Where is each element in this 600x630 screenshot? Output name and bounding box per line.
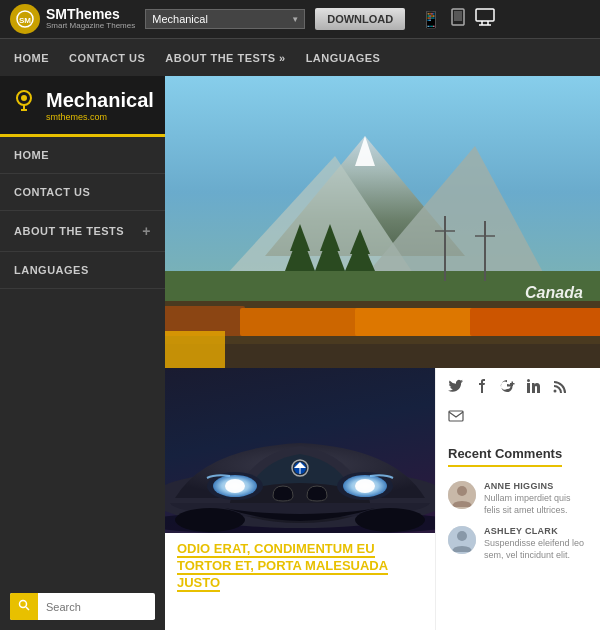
sidebar-nav-about[interactable]: ABOUT THE TESTS + <box>0 211 165 252</box>
comment-text-2: Suspendisse eleifend leo sem, vel tincid… <box>484 538 588 561</box>
comment-content-2: ASHLEY CLARK Suspendisse eleifend leo se… <box>484 526 588 561</box>
article-text: ODIO ERAT, CONDIMENTUM EU TORTOR ET, POR… <box>165 533 435 600</box>
nav-home[interactable]: HOME <box>14 52 49 64</box>
svg-text:Canada: Canada <box>525 284 583 301</box>
svg-point-46 <box>225 479 245 493</box>
svg-point-62 <box>457 531 467 541</box>
sidebar-nav-home[interactable]: HOME <box>0 137 165 174</box>
linkedin-icon[interactable] <box>526 378 542 398</box>
sidebar-logo-icon <box>10 88 38 122</box>
svg-rect-33 <box>355 308 475 336</box>
logo-title: SMThemes <box>46 7 135 22</box>
comment-item-2: ASHLEY CLARK Suspendisse eleifend leo se… <box>448 526 588 561</box>
sidebar: Mechanical smthemes.com HOME CONTACT US … <box>0 76 165 630</box>
nav-languages[interactable]: LANGUAGES <box>306 52 381 64</box>
svg-point-56 <box>527 379 530 382</box>
desktop-icon[interactable] <box>475 8 495 30</box>
comment-avatar-1 <box>448 481 476 509</box>
nav-bar: HOME CONTACT US ABOUT THE TESTS » LANGUA… <box>0 38 600 76</box>
sidebar-nav-about-plus: + <box>142 223 151 239</box>
svg-rect-37 <box>165 331 225 368</box>
car-image <box>165 368 435 533</box>
logo-icon: SM <box>10 4 40 34</box>
theme-select-wrapper[interactable]: Mechanical Classic Modern Tech <box>145 9 305 29</box>
comment-item-1: ANNE HIGGINS Nullam imperdiet quis felis… <box>448 481 588 516</box>
svg-text:SM: SM <box>19 16 31 25</box>
tablet-icon[interactable] <box>449 8 467 30</box>
svg-point-51 <box>355 508 425 532</box>
recent-comments: Recent Comments ANNE HIGGINS Nullam impe <box>448 444 588 562</box>
logo-area: SM SMThemes Smart Magazine Themes <box>10 4 135 34</box>
search-box <box>10 593 155 620</box>
svg-point-12 <box>20 601 27 608</box>
svg-rect-36 <box>165 344 600 368</box>
svg-rect-4 <box>476 9 494 21</box>
rss-icon[interactable] <box>552 378 568 398</box>
article-title-highlight[interactable]: JUSTO <box>177 575 220 592</box>
sidebar-search <box>0 583 165 630</box>
logo-subtitle: Smart Magazine Themes <box>46 22 135 31</box>
comment-content-1: ANNE HIGGINS Nullam imperdiet quis felis… <box>484 481 588 516</box>
svg-rect-58 <box>449 411 463 421</box>
mobile-icon[interactable]: 📱 <box>421 10 441 29</box>
svg-line-13 <box>26 607 29 610</box>
svg-point-57 <box>554 390 557 393</box>
nav-about[interactable]: ABOUT THE TESTS » <box>165 52 285 64</box>
article-area: ODIO ERAT, CONDIMENTUM EU TORTOR ET, POR… <box>165 368 435 630</box>
svg-rect-32 <box>240 308 360 336</box>
facebook-icon[interactable] <box>474 378 490 398</box>
comment-author-2: ASHLEY CLARK <box>484 526 588 536</box>
svg-rect-3 <box>454 11 462 21</box>
email-icon[interactable] <box>448 408 464 428</box>
sidebar-nav-languages[interactable]: LANGUAGES <box>0 252 165 289</box>
search-button[interactable] <box>10 593 38 620</box>
hero-section: Canada <box>165 76 600 368</box>
svg-rect-55 <box>527 383 530 393</box>
comment-text-1: Nullam imperdiet quis felis sit amet ult… <box>484 493 588 516</box>
social-icons <box>448 378 588 428</box>
svg-point-50 <box>175 508 245 532</box>
theme-select[interactable]: Mechanical Classic Modern Tech <box>145 9 305 29</box>
svg-point-49 <box>355 479 375 493</box>
article-title: ODIO ERAT, CONDIMENTUM EU TORTOR ET, POR… <box>177 541 423 592</box>
svg-point-60 <box>457 486 467 496</box>
comment-author-1: ANNE HIGGINS <box>484 481 588 491</box>
recent-comments-title: Recent Comments <box>448 446 562 467</box>
article-title-main: ODIO ERAT, CONDIMENTUM EU TORTOR ET, POR… <box>177 541 388 575</box>
comment-avatar-2 <box>448 526 476 554</box>
main-content: Mechanical smthemes.com HOME CONTACT US … <box>0 76 600 630</box>
download-button[interactable]: DOWNLOAD <box>315 8 405 30</box>
sidebar-logo: Mechanical smthemes.com <box>0 76 165 137</box>
sidebar-logo-text: Mechanical smthemes.com <box>46 89 154 122</box>
content-area: Canada <box>165 76 600 630</box>
svg-point-11 <box>21 95 27 101</box>
sidebar-logo-sub: smthemes.com <box>46 112 154 122</box>
device-icons: 📱 <box>421 8 495 30</box>
below-hero: ODIO ERAT, CONDIMENTUM EU TORTOR ET, POR… <box>165 368 600 630</box>
sidebar-logo-title: Mechanical <box>46 89 154 112</box>
nav-contact[interactable]: CONTACT US <box>69 52 145 64</box>
logo-text: SMThemes Smart Magazine Themes <box>46 7 135 31</box>
google-plus-icon[interactable] <box>500 378 516 398</box>
search-input[interactable] <box>38 595 155 619</box>
svg-rect-34 <box>470 308 600 336</box>
sidebar-nav: HOME CONTACT US ABOUT THE TESTS + LANGUA… <box>0 137 165 583</box>
top-bar: SM SMThemes Smart Magazine Themes Mechan… <box>0 0 600 38</box>
social-area: Recent Comments ANNE HIGGINS Nullam impe <box>435 368 600 630</box>
twitter-icon[interactable] <box>448 378 464 398</box>
sidebar-nav-contact[interactable]: CONTACT US <box>0 174 165 211</box>
